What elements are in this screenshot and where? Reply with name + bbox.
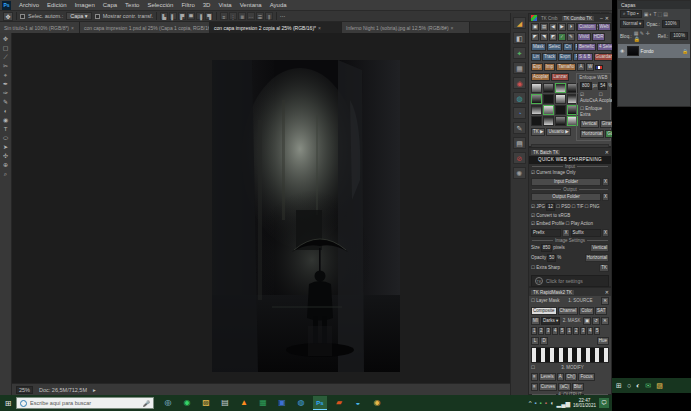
clock[interactable]: 22:47 16/01/2021 [573,398,596,408]
modify-button[interactable]: Blur [572,383,584,391]
tool-icon[interactable]: ✣ [1,152,11,161]
combo-menu-button[interactable]: TK ▶ [531,128,545,136]
align-icon[interactable]: ▐ [196,12,204,20]
menu-item[interactable]: Imagen [71,0,99,10]
size-field[interactable]: 800 [580,82,592,90]
combo-mask-button[interactable]: Selec [547,43,562,51]
tool-icon[interactable]: ✑ [1,89,11,98]
tk-book-icon[interactable]: ▤ [513,137,526,149]
combo-mask-button[interactable]: Mask [531,43,546,51]
combo-export-button[interactable]: Tamaño [556,63,576,71]
start2-icon[interactable]: ⊞ [616,382,622,390]
mask-thumbnail[interactable] [543,83,554,93]
taskview2-icon[interactable]: ◐ [636,382,640,389]
mask-level-button[interactable]: 5 [559,327,565,335]
excel-icon[interactable]: ▦ [256,396,270,410]
distribute-icon[interactable]: ⋯ [247,12,255,20]
text-a-button[interactable]: A [577,63,585,71]
mask-level-button[interactable]: 4 [587,327,593,335]
format-checkbox[interactable]: ☐ PNG [585,204,600,210]
autocsa-checkbox[interactable]: ☑ AutoCsA [580,92,598,104]
tk-star-icon[interactable]: ✦ [513,47,526,59]
format-checkbox[interactable]: ☐ TIF [572,204,584,210]
lights-button[interactable]: L [531,337,539,345]
menu-item[interactable]: Edición [43,0,71,10]
hue-button[interactable]: Hue [597,337,609,345]
notes-icon[interactable]: ▤ [218,396,232,410]
prefix-field[interactable]: Prefix [531,229,561,237]
tray-app1-icon[interactable]: ▪ [534,400,536,407]
blend-mode-dropdown[interactable]: Normal ▾ [620,20,644,28]
mask-thumbnail[interactable] [531,94,542,104]
modify-button[interactable]: (aC) [558,383,571,391]
panel-close-icon[interactable]: ✕ [605,149,609,155]
brush-check-button[interactable]: ✓ [558,33,566,41]
modify-checkbox[interactable]: ☐ [531,365,535,371]
tool-icon[interactable]: ◉ [1,116,11,125]
tool-icon[interactable]: ✥ [1,35,11,44]
mask-thumbnail[interactable] [531,83,542,93]
next-button[interactable]: ▶ [558,23,566,31]
batch-opacity-field[interactable]: 50 [547,254,556,262]
move-tool-icon[interactable]: ✥ [3,12,13,21]
combo-export-button[interactable]: Imp [544,63,556,71]
opacity-value[interactable]: 100% [662,20,680,28]
mask-thumbnail[interactable] [555,116,566,126]
photoshop-icon[interactable]: Ps [313,396,327,410]
horizontal-button[interactable]: Horizontal [580,130,604,138]
panel-close-icon[interactable]: ✕ [605,289,609,295]
document-image[interactable] [212,60,400,372]
batch-footer[interactable]: TK Click for settings [531,275,609,287]
tk-bw-icon[interactable]: ◧ [513,32,526,44]
combo-flatten-button[interactable]: Acoplar [531,73,550,81]
mask-tool-icon[interactable]: ✕ [601,317,609,325]
tk-batch-tab[interactable]: TK Batch TK [531,150,560,155]
tray-expand-icon[interactable]: ^ [529,400,532,407]
notification-center-icon[interactable]: 🗩 [599,398,609,408]
prefix-clear-button[interactable]: X [562,229,569,237]
vertical-button[interactable]: Vertical [580,120,599,128]
mask-tool-icon[interactable]: ▣ [583,317,591,325]
mask-level-button[interactable]: 3 [545,327,551,335]
document-tab[interactable]: Sin título-1 al 100% (RGB/8*) × [0,22,80,33]
sat-button[interactable]: SAT [595,307,607,315]
fill-value[interactable]: 100% [670,32,688,40]
menu-item[interactable]: 3D [199,0,215,10]
paint-black-button[interactable]: ◤ [531,33,539,41]
tk-rapidmask-tab[interactable]: TK RapidMask2 TK [531,290,574,295]
tool-icon[interactable]: ◐ [1,107,11,116]
modify-button[interactable]: Ch() [565,373,578,381]
tray-app2-icon[interactable]: ▪ [540,400,542,407]
tool-icon[interactable]: ⌖ [1,71,11,80]
explorer2-icon[interactable]: ▨ [656,382,663,390]
close-icon[interactable]: × [71,25,74,31]
mask-thumbnail[interactable] [555,83,566,93]
combo-export-button[interactable]: Exp [531,63,543,71]
edge-icon[interactable]: ◒ [351,396,365,410]
layer-filter-icon[interactable]: ▤ [663,11,668,17]
darks-button[interactable]: D [540,337,548,345]
french-flag-icon[interactable] [595,65,603,70]
mask-thumbnail[interactable] [531,105,542,115]
mask-thumbnail[interactable] [555,94,566,104]
layer-mask-checkbox[interactable]: ☐ Layer Mask [531,298,560,304]
layer-row-fondo[interactable]: 👁 Fondo 🔒 [618,44,690,58]
auto-select-dropdown[interactable]: Capa ▾ [66,12,91,20]
mask-thumbnail[interactable] [543,94,554,104]
tool-icon[interactable]: ⟋ [1,53,11,62]
paint-gray-button[interactable]: ◩ [549,33,557,41]
more-options-icon[interactable]: ⋯ [280,13,286,19]
color-button[interactable]: Color [579,307,594,315]
modify-button[interactable]: Focus [578,373,594,381]
mask-level-button[interactable]: 2 [538,327,544,335]
mask-thumbnail[interactable] [543,105,554,115]
combo-vivid-button[interactable]: HDR [592,33,606,41]
modify-button[interactable]: A [557,373,564,381]
tool-icon[interactable]: ⬭ [1,134,11,143]
tk-tab[interactable]: TK Cmb [539,16,560,21]
text-w-button[interactable]: W [586,63,594,71]
menu-item[interactable]: Filtro [177,0,198,10]
mask-level-button[interactable]: 2 [573,327,579,335]
align-icon[interactable]: ▙ [160,12,168,20]
auto-select-checkbox[interactable] [20,14,25,19]
